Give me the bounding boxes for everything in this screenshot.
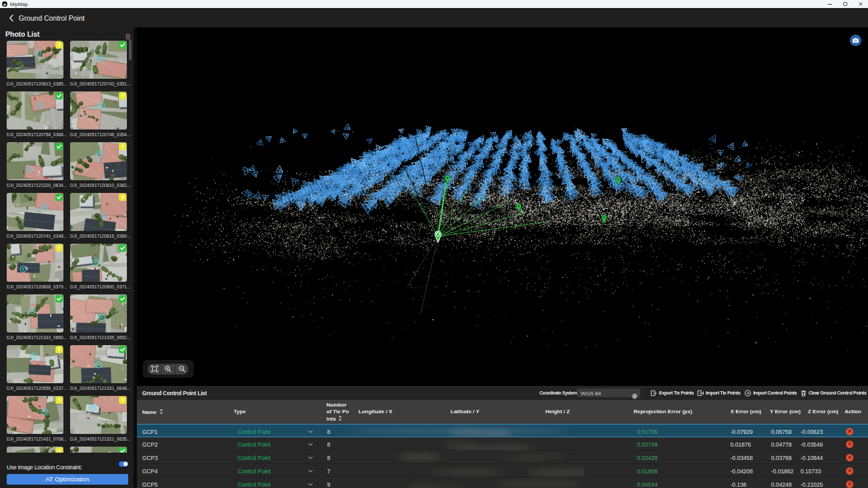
photo-thumbnail[interactable]: DJI_20240517121335_0652... — [70, 294, 127, 332]
fit-view-button[interactable] — [148, 364, 161, 375]
viewport-3d[interactable] — [137, 27, 868, 386]
snapshot-camera-button[interactable] — [850, 35, 861, 46]
close-button[interactable] — [853, 0, 868, 8]
photo-thumbnail[interactable]: ?DJI_20240517120808_0379... — [7, 244, 63, 282]
photo-status-check-badge — [119, 295, 126, 302]
column-header-reprojection-error-px: Reprojection Error (px) — [634, 409, 707, 415]
import-circle-icon — [744, 390, 751, 397]
gcp-type[interactable]: Control Point — [238, 455, 270, 461]
photo-thumbnail[interactable]: ?DJI_20240517120816_0389... — [70, 193, 127, 231]
gcp-type[interactable]: Control Point — [238, 429, 270, 435]
import-control-points-button[interactable]: Import Control Points — [744, 390, 797, 397]
redacted-coordinates — [347, 425, 584, 438]
delete-gcp-button[interactable] — [846, 454, 853, 461]
photo-status-check-badge — [55, 194, 63, 201]
gcp-type[interactable]: Control Point — [238, 468, 270, 475]
photo-thumbnail[interactable]: ?DJI_20240517120810_0382... — [70, 142, 127, 180]
photo-filename: DJI_20240517120813_0385... — [7, 80, 69, 87]
zoom-out-button[interactable] — [175, 364, 188, 375]
type-dropdown-chevron-icon[interactable] — [308, 443, 313, 446]
photo-thumbnail[interactable]: DJI_20240517120800_0371... — [70, 244, 127, 282]
photo-panel-footer: Use Image Location Constraint: AT Optimi… — [0, 453, 134, 488]
image-location-constraint-toggle[interactable] — [119, 461, 128, 467]
photo-thumbnail[interactable]: ?DJI_20240517121321_0635... — [70, 396, 127, 434]
photo-thumbnail[interactable]: DJI_20240517120741_0348... — [7, 193, 63, 231]
zoom-in-button[interactable] — [161, 364, 174, 375]
redacted-coordinates — [347, 477, 584, 488]
column-header-longitude-x: Longitude / X — [359, 409, 419, 415]
gcp-row-gcp5[interactable]: GCP5Control Point90.04544-0.1360.04248-0… — [137, 477, 868, 488]
photo-thumbnail[interactable]: DJI_20240517121333_0650... — [7, 294, 63, 332]
photo-status-question-badge: ? — [55, 397, 63, 404]
export-tie-points-button[interactable]: Export Tie Points — [650, 390, 694, 397]
column-header-number-of-tie-points[interactable]: Numberof Tie Points — [327, 402, 356, 423]
y-error: 0.03769 — [771, 455, 792, 461]
gcp-row-gcp4[interactable]: GCP4Control Point70.01908-0.04208-0.0186… — [137, 464, 868, 477]
photo-thumbnail[interactable]: ?DJI_20240517120813_0385... — [7, 41, 63, 79]
photo-filename: DJI_20240517120800_0371... — [70, 283, 133, 290]
delete-gcp-button[interactable] — [846, 481, 853, 488]
import-tie-points-button[interactable]: Import Tie Points — [697, 390, 740, 397]
type-dropdown-chevron-icon[interactable] — [308, 483, 313, 486]
type-dropdown-chevron-icon[interactable] — [308, 430, 313, 433]
gcp-type[interactable]: Control Point — [238, 441, 270, 448]
photo-status-question-badge: ? — [119, 92, 126, 99]
column-header-action: Action — [845, 409, 868, 415]
clear-gcp-button[interactable]: Clear Ground Control Points — [801, 390, 867, 397]
gcp-name: GCP1 — [142, 429, 158, 435]
gcp-type[interactable]: Control Point — [238, 481, 270, 488]
y-error: -0.01862 — [771, 468, 794, 475]
x-error: -0.04208 — [730, 468, 753, 475]
photo-thumbnail[interactable]: DJI_20240517120758_0368... — [7, 91, 63, 130]
minimize-button[interactable] — [822, 0, 837, 8]
window-title: MipMap — [10, 1, 28, 7]
maximize-button[interactable] — [837, 0, 853, 8]
photo-status-check-badge — [119, 41, 126, 49]
photo-status-question-badge: ? — [119, 143, 126, 150]
photo-thumbnail[interactable]: ?DJI_20240517120556_0237... — [7, 345, 63, 383]
point-cloud-canvas[interactable] — [137, 27, 868, 386]
photo-filename: DJI_20240517121431_0708... — [7, 435, 69, 443]
delete-gcp-button[interactable] — [846, 441, 853, 448]
photo-thumbnail[interactable]: ?DJI_20240517120746_0354... — [70, 91, 127, 130]
reprojection-error: 0.02428 — [637, 455, 658, 461]
tie-point-count: 7 — [327, 468, 331, 475]
delete-gcp-button[interactable] — [846, 467, 853, 475]
at-optimization-button[interactable]: AT Optimization — [7, 474, 128, 485]
photo-thumbnail[interactable]: ?DJI_20240517121431_0708... — [7, 396, 63, 434]
photo-filename: DJI_20240517120816_0389... — [70, 232, 133, 240]
column-header-latitude-y: Latitude / Y — [451, 409, 511, 415]
coordinate-system-value: WGS 84 — [581, 391, 601, 397]
blurred-value-blob — [498, 481, 580, 487]
photo-list-scrollbar[interactable] — [129, 39, 132, 460]
photo-status-question-badge: ? — [119, 194, 126, 201]
type-dropdown-chevron-icon[interactable] — [308, 469, 313, 473]
back-button[interactable] — [9, 15, 14, 21]
blurred-value-blob — [527, 469, 584, 476]
gcp-row-gcp3[interactable]: GCP3Control Point80.02428-0.034580.03769… — [137, 451, 868, 464]
redacted-coordinates — [347, 437, 584, 451]
photo-status-question-badge: ? — [55, 41, 63, 49]
import-icon — [697, 390, 704, 397]
photo-thumbnail[interactable]: DJI_20240517121320_0634... — [7, 142, 63, 180]
photo-filename: DJI_20240517120743_0351... — [70, 80, 133, 87]
photo-thumbnail[interactable]: DJI_20240517120743_0351... — [70, 41, 127, 79]
blurred-value-blob — [399, 453, 441, 461]
column-header-type: Type — [234, 409, 287, 415]
gcp-name: GCP5 — [142, 481, 158, 488]
coordinate-system-select[interactable]: WGS 84 — [577, 389, 640, 397]
z-error: -0.10844 — [801, 455, 823, 461]
page-title: Ground Control Point — [19, 14, 85, 22]
photo-status-check-badge — [55, 92, 63, 99]
photo-filename: DJI_20240517120746_0354... — [70, 131, 133, 138]
reprojection-error: 0.01705 — [637, 429, 658, 435]
photo-status-check-badge — [55, 143, 63, 150]
gcp-row-gcp2[interactable]: GCP2Control Point80.027490.018760.04778-… — [137, 437, 868, 451]
photo-filename: DJI_20240517121321_0635... — [70, 435, 133, 443]
type-dropdown-chevron-icon[interactable] — [308, 456, 313, 459]
photo-thumbnail[interactable]: DJI_20240517121331_0648... — [70, 345, 127, 383]
delete-gcp-button[interactable] — [846, 428, 853, 435]
photo-filename: DJI_20240517120741_0348... — [7, 232, 69, 240]
gcp-row-gcp1[interactable]: GCP1Control Point80.01705-0.079290.06759… — [137, 424, 868, 437]
column-header-name[interactable]: Name — [142, 409, 182, 416]
